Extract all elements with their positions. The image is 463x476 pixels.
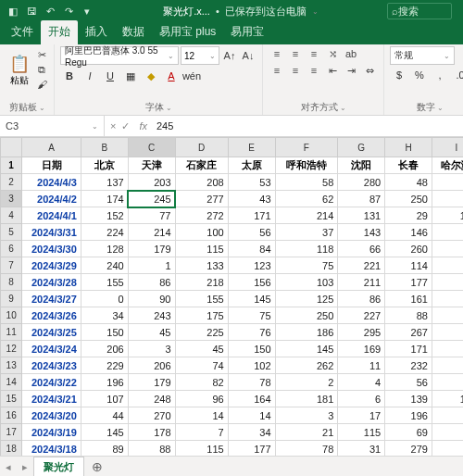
orientation-icon[interactable]: ⤭ — [324, 46, 341, 61]
data-cell[interactable]: 75 — [275, 257, 338, 274]
row-header[interactable]: 11 — [1, 324, 22, 341]
data-cell[interactable]: 44 — [81, 407, 128, 424]
data-cell[interactable]: 243 — [128, 307, 175, 324]
date-cell[interactable]: 2024/3/27 — [22, 291, 81, 307]
data-cell[interactable]: 280 — [338, 174, 385, 191]
font-size-select[interactable]: 12⌄ — [181, 46, 219, 65]
data-cell[interactable]: 224 — [81, 224, 128, 241]
bold-button[interactable]: B — [60, 67, 79, 85]
decrease-font-icon[interactable]: A↓ — [240, 46, 257, 65]
date-cell[interactable]: 2024/3/18 — [22, 441, 81, 457]
data-cell[interactable]: 78 — [275, 441, 338, 457]
data-cell[interactable]: 89 — [81, 441, 128, 457]
align-middle-icon[interactable]: ≡ — [287, 46, 304, 61]
data-cell[interactable]: 10 — [432, 424, 463, 441]
data-cell[interactable]: 1 — [128, 257, 175, 274]
data-cell[interactable]: 145 — [81, 424, 128, 441]
increase-font-icon[interactable]: A↑ — [221, 46, 238, 65]
data-cell[interactable]: 143 — [338, 224, 385, 241]
data-cell[interactable]: 103 — [275, 274, 338, 291]
data-cell[interactable]: 18 — [432, 191, 463, 207]
data-cell[interactable]: 115 — [175, 241, 228, 257]
row-header[interactable]: 17 — [1, 424, 22, 441]
data-cell[interactable]: 178 — [128, 424, 175, 441]
data-cell[interactable]: 161 — [385, 291, 432, 307]
data-cell[interactable]: 9 — [432, 174, 463, 191]
formula-bar[interactable]: 245 — [151, 120, 463, 132]
data-cell[interactable]: 250 — [275, 307, 338, 324]
data-cell[interactable]: 53 — [228, 174, 275, 191]
indent-dec-icon[interactable]: ⇤ — [324, 63, 341, 78]
data-cell[interactable]: 88 — [385, 307, 432, 324]
data-cell[interactable]: 11 — [338, 357, 385, 374]
data-cell[interactable]: 90 — [128, 291, 175, 307]
data-cell[interactable]: 58 — [275, 174, 338, 191]
data-cell[interactable]: 229 — [81, 357, 128, 374]
data-cell[interactable]: 102 — [228, 357, 275, 374]
date-cell[interactable]: 2024/3/30 — [22, 241, 81, 257]
data-cell[interactable]: 60 — [432, 224, 463, 241]
data-cell[interactable]: 14 — [228, 407, 275, 424]
data-cell[interactable]: 2 — [432, 241, 463, 257]
data-cell[interactable]: 66 — [338, 241, 385, 257]
data-cell[interactable]: 214 — [128, 224, 175, 241]
data-cell[interactable]: 45 — [128, 324, 175, 341]
data-cell[interactable]: 175 — [175, 307, 228, 324]
cancel-formula-icon[interactable]: × — [110, 120, 116, 132]
data-cell[interactable]: 245 — [128, 191, 175, 207]
data-cell[interactable]: 137 — [81, 174, 128, 191]
row-header[interactable]: 13 — [1, 357, 22, 374]
data-cell[interactable]: 262 — [275, 357, 338, 374]
data-cell[interactable]: 34 — [81, 307, 128, 324]
date-cell[interactable]: 2024/3/23 — [22, 357, 81, 374]
data-cell[interactable]: 45 — [175, 341, 228, 357]
data-cell[interactable]: 43 — [228, 191, 275, 207]
col-header-E[interactable]: E — [228, 138, 275, 157]
phonetic-button[interactable]: wén — [182, 67, 201, 85]
data-cell[interactable]: 181 — [275, 391, 338, 407]
data-cell[interactable]: 145 — [275, 341, 338, 357]
header-cell[interactable]: 日期 — [22, 157, 81, 174]
data-cell[interactable]: 27 — [432, 357, 463, 374]
data-cell[interactable]: 27 — [432, 307, 463, 324]
row-header[interactable]: 8 — [1, 274, 22, 291]
italic-button[interactable]: I — [81, 67, 99, 85]
row-header[interactable]: 5 — [1, 224, 22, 241]
data-cell[interactable]: 82 — [175, 374, 228, 391]
align-top-icon[interactable]: ≡ — [269, 46, 285, 61]
data-cell[interactable]: 78 — [228, 374, 275, 391]
comma-icon[interactable]: , — [431, 67, 449, 83]
tab-insert[interactable]: 插入 — [78, 20, 115, 44]
date-cell[interactable]: 2024/3/21 — [22, 391, 81, 407]
data-cell[interactable]: 0 — [81, 291, 128, 307]
data-cell[interactable]: 118 — [432, 391, 463, 407]
increase-decimal-icon[interactable]: .0 — [451, 67, 463, 83]
row-header[interactable]: 9 — [1, 291, 22, 307]
data-cell[interactable]: 169 — [338, 341, 385, 357]
data-cell[interactable]: 19 — [432, 291, 463, 307]
fx-icon[interactable]: fx — [135, 120, 151, 132]
data-cell[interactable]: 56 — [228, 224, 275, 241]
data-cell[interactable]: 177 — [385, 274, 432, 291]
data-cell[interactable]: 145 — [228, 291, 275, 307]
data-cell[interactable]: 69 — [385, 424, 432, 441]
autosave-icon[interactable]: ◧ — [6, 4, 20, 19]
data-cell[interactable]: 131 — [338, 207, 385, 224]
data-cell[interactable]: 152 — [81, 207, 128, 224]
header-cell[interactable]: 呼和浩特 — [275, 157, 338, 174]
sheet-nav-next[interactable]: ▸ — [17, 461, 33, 473]
data-cell[interactable]: 6 — [338, 391, 385, 407]
header-cell[interactable]: 长春 — [385, 157, 432, 174]
col-header-B[interactable]: B — [81, 138, 128, 157]
data-cell[interactable]: 118 — [275, 241, 338, 257]
data-cell[interactable]: 150 — [432, 207, 463, 224]
data-cell[interactable]: 84 — [228, 241, 275, 257]
align-right-icon[interactable]: ≡ — [306, 63, 322, 78]
data-cell[interactable]: 150 — [81, 324, 128, 341]
data-cell[interactable]: 80 — [432, 407, 463, 424]
tab-data[interactable]: 数据 — [115, 20, 152, 44]
tab-file[interactable]: 文件 — [4, 20, 41, 44]
row-header[interactable]: 15 — [1, 391, 22, 407]
col-header-F[interactable]: F — [275, 138, 338, 157]
data-cell[interactable]: 150 — [228, 341, 275, 357]
